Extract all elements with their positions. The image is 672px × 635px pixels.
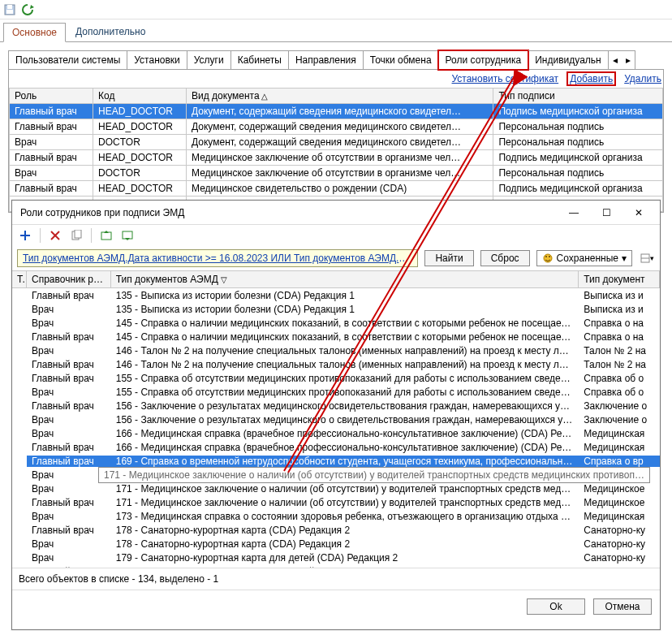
tab-inner-4[interactable]: Направления	[289, 50, 364, 69]
grid-header[interactable]: Т.	[12, 271, 27, 287]
grid-cell: Главный врач	[27, 400, 111, 412]
tab-inner-0[interactable]: Пользователи системы	[8, 50, 127, 69]
list-item[interactable]: Главный врач178 - Санаторно-курортная ка…	[12, 523, 660, 537]
copy-icon[interactable]	[68, 227, 84, 244]
roles-table[interactable]: РольКодВид документаТип подписи Главный …	[9, 88, 663, 212]
add-link[interactable]: Добавить	[570, 73, 613, 84]
svg-rect-2	[6, 10, 13, 14]
filter-row: Тип документов АЭМД.Дата активности >= 1…	[12, 246, 660, 270]
list-item[interactable]: Врач173 - Медицинская справка о состояни…	[12, 509, 660, 523]
table-cell: Документ, содержащий сведения медицинско…	[187, 104, 493, 119]
export-icon[interactable]	[98, 227, 114, 244]
list-item[interactable]: Врач166 - Медицинская справка (врачебное…	[12, 426, 660, 440]
list-item[interactable]: Врач155 - Справка об отсутствии медицинс…	[12, 385, 660, 399]
list-item[interactable]: Врач145 - Справка о наличии медицинских …	[12, 316, 660, 330]
grid-cell: 169 - Справка о временной нетрудоспособн…	[111, 456, 579, 467]
chevron-down-icon: ▾	[622, 253, 627, 264]
table-cell: Документ, содержащий сведения медицинско…	[187, 119, 493, 135]
grid-cell: 146 - Талон № 2 на получение специальных…	[111, 359, 579, 370]
ok-button[interactable]: Ok	[527, 598, 585, 615]
dialog-grid[interactable]: Главный врач135 - Выписка из истории бол…	[12, 288, 660, 568]
grid-cell: 171 - Медицинское заключение о наличии (…	[111, 497, 579, 508]
table-row[interactable]: Главный врачHEAD_DOCTORМедицинское свиде…	[10, 181, 663, 197]
list-item[interactable]: Врач178 - Санаторно-курортная карта (CDA…	[12, 537, 660, 551]
grid-cell: Справка об о	[579, 387, 660, 398]
grid-cell: Медицинская	[579, 511, 660, 522]
grid-cell: 173 - Медицинская справка о состоянии зд…	[111, 511, 579, 522]
table-row[interactable]: ВрачDOCTORМедицинское заключение об отсу…	[10, 166, 663, 181]
grid-cell: 155 - Справка об отсутствии медицинских …	[111, 387, 579, 398]
table-header[interactable]: Код	[93, 89, 187, 104]
table-cell: HEAD_DOCTOR	[93, 104, 187, 119]
set-cert-link[interactable]: Установить сертификат	[452, 73, 559, 84]
grid-cell: Врач	[27, 552, 111, 564]
list-item[interactable]: Главный врач145 - Справка о наличии меди…	[12, 330, 660, 343]
saved-dropdown[interactable]: Сохраненные ▾	[536, 250, 632, 266]
grid-cell: Главный врач	[27, 566, 111, 568]
grid-header[interactable]: Справочник рол…	[27, 271, 111, 287]
list-item[interactable]: Врач169 - Справка о временной нетрудоспо…	[12, 468, 660, 482]
tabs-scroll-right[interactable]: ▸	[622, 51, 635, 69]
list-item[interactable]: Главный врач179 - Санаторно-курортная ка…	[12, 564, 660, 568]
grid-cell: 145 - Справка о наличии медицинских пока…	[111, 318, 579, 329]
list-item[interactable]: Врач146 - Талон № 2 на получение специал…	[12, 343, 660, 357]
table-row[interactable]: Главный врачHEAD_DOCTORДокумент, содержа…	[10, 104, 663, 119]
dialog-grid-header[interactable]: Т.Справочник рол…Тип документов АЭМДТип …	[12, 270, 660, 288]
tabs-scroll-left[interactable]: ◂	[609, 51, 622, 69]
maximize-button[interactable]: ☐	[590, 204, 622, 222]
table-row[interactable]: Главный врачHEAD_DOCTORДокумент, содержа…	[10, 119, 663, 135]
list-item[interactable]: Главный врач171 - Медицинское заключение…	[12, 495, 660, 509]
add-icon[interactable]	[17, 227, 33, 244]
minimize-button[interactable]: —	[558, 204, 590, 222]
table-header[interactable]: Тип подписи	[493, 89, 663, 104]
refresh-icon[interactable]	[21, 3, 34, 16]
save-icon[interactable]	[3, 3, 16, 16]
grid-cell: Выписка из и	[579, 290, 660, 301]
tabs-main: ОсновноеДополнительно	[0, 19, 672, 42]
dialog: Роли сотрудников при подписи ЭМД — ☐ ✕ Т…	[11, 200, 661, 630]
grid-cell: Справка о на	[579, 318, 660, 329]
delete-link[interactable]: Удалить	[624, 73, 661, 84]
table-cell: DOCTOR	[93, 135, 187, 150]
tab-inner-5[interactable]: Точки обмена	[364, 50, 439, 69]
import-icon[interactable]	[119, 227, 136, 244]
find-button[interactable]: Найти	[424, 250, 473, 266]
grid-header[interactable]: Тип документов АЭМД	[111, 271, 579, 287]
list-item[interactable]: Главный врач166 - Медицинская справка (в…	[12, 440, 660, 454]
table-row[interactable]: Главный врачHEAD_DOCTORМедицинское заклю…	[10, 150, 663, 166]
list-item[interactable]: Врач156 - Заключение о результатах медиц…	[12, 413, 660, 426]
settings-split-icon[interactable]: ▾	[639, 250, 655, 266]
table-cell: HEAD_DOCTOR	[93, 181, 187, 197]
tab-inner-2[interactable]: Услуги	[187, 50, 231, 69]
grid-cell: Врач	[27, 387, 111, 398]
table-header[interactable]: Вид документа	[187, 89, 493, 104]
filter-input[interactable]: Тип документов АЭМД.Дата активности >= 1…	[17, 249, 418, 267]
table-cell: Врач	[10, 135, 93, 150]
list-item[interactable]: Главный врач169 - Справка о временной не…	[12, 454, 660, 468]
table-row[interactable]: ВрачDOCTORДокумент, содержащий сведения …	[10, 135, 663, 150]
grid-cell: 155 - Справка об отсутствии медицинских …	[111, 373, 579, 384]
list-item[interactable]: Главный врач156 - Заключение о результат…	[12, 399, 660, 413]
reset-button[interactable]: Сброс	[480, 250, 530, 266]
delete-icon[interactable]	[47, 227, 63, 244]
list-item[interactable]: Врач135 - Выписка из истории болезни (CD…	[12, 302, 660, 316]
list-item[interactable]: Главный врач155 - Справка об отсутствии …	[12, 371, 660, 385]
list-item[interactable]: Врач171 - Медицинское заключение о налич…	[12, 482, 660, 495]
svg-point-16	[549, 256, 550, 257]
list-item[interactable]: Главный врач135 - Выписка из истории бол…	[12, 288, 660, 302]
table-header[interactable]: Роль	[10, 89, 93, 104]
close-button[interactable]: ✕	[622, 204, 655, 222]
tab-inner-1[interactable]: Установки	[127, 50, 187, 69]
tab-inner-6[interactable]: Роли сотрудника	[439, 50, 529, 69]
tab-main-1[interactable]: Дополнительно	[67, 23, 153, 41]
list-item[interactable]: Главный врач146 - Талон № 2 на получение…	[12, 357, 660, 371]
cancel-button[interactable]: Отмена	[593, 598, 652, 615]
tab-main-0[interactable]: Основное	[3, 23, 66, 42]
table-cell: Главный врач	[10, 119, 93, 135]
list-item[interactable]: Врач179 - Санаторно-курортная карта для …	[12, 551, 660, 564]
grid-header[interactable]: Тип документ	[579, 271, 660, 287]
tab-inner-3[interactable]: Кабинеты	[231, 50, 289, 69]
grid-cell: 166 - Медицинская справка (врачебное про…	[111, 442, 579, 453]
tab-inner-7[interactable]: Индивидуальн	[528, 50, 608, 69]
grid-cell: Врач	[27, 304, 111, 315]
